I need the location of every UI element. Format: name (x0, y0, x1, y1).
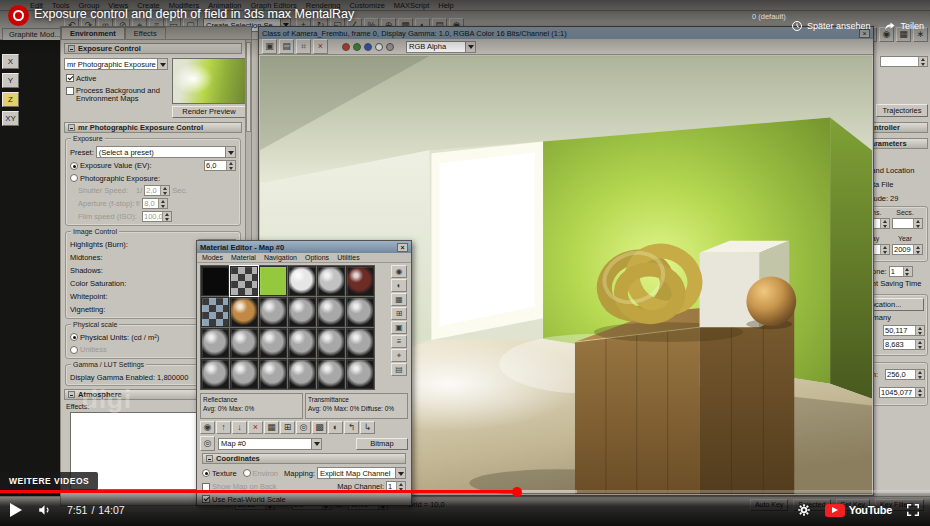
material-slot[interactable] (201, 297, 229, 327)
material-slot[interactable] (288, 359, 316, 389)
trajectories-button[interactable]: Trajectories (876, 104, 928, 117)
background-icon[interactable]: ▦ (391, 293, 407, 306)
time-zone-field[interactable]: 1 (889, 266, 913, 277)
ev-radio[interactable] (70, 162, 78, 170)
environ-radio[interactable] (243, 469, 251, 477)
material-slot[interactable] (201, 328, 229, 358)
bitmap-type-button[interactable]: Bitmap (356, 438, 408, 450)
exposure-control-dropdown[interactable]: mr Photographic Exposure Contr (64, 58, 168, 70)
more-videos-button[interactable]: WEITERE VIDEOS (0, 472, 98, 490)
put-to-library-icon[interactable]: ⊞ (280, 421, 295, 434)
material-map-navigator-icon[interactable]: ▤ (391, 363, 407, 376)
material-slot[interactable] (259, 297, 287, 327)
make-unique-icon[interactable]: ▦ (264, 421, 279, 434)
spinner[interactable] (915, 388, 924, 397)
material-name-dropdown[interactable]: Map #0 (218, 438, 322, 450)
reset-map-icon[interactable]: × (248, 421, 263, 434)
material-slot[interactable] (201, 359, 229, 389)
me-menu-options[interactable]: Options (305, 254, 329, 261)
material-editor-titlebar[interactable]: Material Editor - Map #0 × (197, 241, 411, 253)
play-button[interactable] (10, 503, 22, 517)
me-menu-utilities[interactable]: Utilities (337, 254, 360, 261)
video-color-check-icon[interactable]: ▣ (391, 321, 407, 334)
active-checkbox[interactable] (66, 74, 74, 82)
show-map-icon[interactable]: ▩ (312, 421, 327, 434)
collapse-icon[interactable] (68, 391, 75, 398)
sample-tiling-icon[interactable]: ⊞ (391, 307, 407, 320)
get-material-icon[interactable]: ◉ (200, 421, 215, 434)
material-slot[interactable] (259, 328, 287, 358)
preset-dropdown[interactable]: (Select a preset) (96, 146, 236, 158)
material-slot[interactable] (288, 266, 316, 296)
material-slot[interactable] (317, 328, 345, 358)
youtube-logo[interactable]: YouTube (825, 504, 892, 517)
axis-xy-button[interactable]: XY (2, 111, 19, 126)
fullscreen-icon[interactable] (906, 503, 920, 517)
axis-z-button[interactable]: Z (2, 92, 19, 107)
orbital-scale-field[interactable]: 1045,077 (879, 387, 925, 398)
video-title[interactable]: Exposure control and depth of field in 3… (34, 7, 354, 21)
ev-field[interactable]: 6,0 (204, 160, 236, 171)
backlight-icon[interactable]: ◐ (391, 279, 407, 292)
material-slot[interactable] (317, 359, 345, 389)
material-id-icon[interactable]: ◎ (296, 421, 311, 434)
material-slot[interactable] (288, 328, 316, 358)
rollout-mr-photographic[interactable]: mr Photographic Exposure Control (64, 122, 242, 133)
me-menu-material[interactable]: Material (231, 254, 256, 261)
shutter-field[interactable]: 2,0 (144, 185, 170, 196)
render-preview-button[interactable]: Render Preview (172, 106, 245, 118)
channel-avatar[interactable] (8, 5, 29, 26)
material-slot[interactable] (317, 266, 345, 296)
north-direction-field[interactable]: 256,0 (885, 369, 925, 380)
watch-later-button[interactable]: Später ansehen (791, 20, 871, 32)
material-slot[interactable] (288, 297, 316, 327)
me-menu-modes[interactable]: Modes (202, 254, 223, 261)
show-end-result-icon[interactable]: ◐ (328, 421, 343, 434)
spinner[interactable] (226, 161, 235, 170)
spinner[interactable] (913, 219, 922, 228)
spinner[interactable] (158, 199, 167, 208)
mapping-dropdown[interactable]: Explicit Map Channel (317, 467, 406, 479)
material-slot[interactable] (259, 266, 287, 296)
spinner[interactable] (880, 245, 889, 254)
pick-material-icon[interactable]: ◎ (200, 436, 215, 451)
material-slot[interactable] (346, 328, 374, 358)
dropdown-arrow-icon[interactable] (311, 439, 321, 449)
spinner[interactable] (915, 370, 924, 379)
collapse-icon[interactable] (68, 124, 75, 131)
sample-type-icon[interactable]: ◉ (391, 265, 407, 278)
longitude-field[interactable]: 8,683 (883, 339, 925, 350)
material-slot[interactable] (259, 359, 287, 389)
spinner[interactable] (915, 340, 924, 349)
spinner[interactable] (880, 219, 889, 228)
material-slot[interactable] (230, 359, 258, 389)
year-field[interactable]: 2009 (892, 244, 923, 255)
volume-icon[interactable] (36, 503, 53, 517)
material-slot[interactable] (346, 297, 374, 327)
rollout-coordinates[interactable]: Coordinates (202, 453, 406, 464)
dropdown-arrow-icon[interactable] (225, 147, 235, 157)
spinner[interactable] (918, 57, 927, 66)
axis-y-button[interactable]: Y (2, 73, 19, 88)
share-button[interactable]: Teilen (884, 20, 924, 32)
spinner[interactable] (903, 267, 912, 276)
select-by-material-icon[interactable]: ⌖ (391, 349, 407, 362)
latitude-field[interactable]: 50,117 (883, 325, 925, 336)
material-slot[interactable] (201, 266, 229, 296)
texture-radio[interactable] (202, 469, 210, 477)
me-menu-navigation[interactable]: Navigation (264, 254, 297, 261)
film-speed-field[interactable]: 100,0 (142, 211, 172, 222)
assign-material-icon[interactable]: ↓ (232, 421, 247, 434)
material-slot[interactable] (346, 266, 374, 296)
settings-gear-icon[interactable] (797, 503, 811, 517)
spinner[interactable] (162, 212, 171, 221)
collapse-icon[interactable] (206, 455, 213, 462)
unitless-radio[interactable] (70, 346, 78, 354)
process-bg-checkbox[interactable] (66, 87, 74, 95)
progress-bar[interactable] (0, 490, 930, 493)
go-to-parent-icon[interactable]: ↰ (344, 421, 359, 434)
close-icon[interactable]: × (397, 243, 408, 252)
physical-units-radio[interactable] (70, 333, 78, 341)
material-slot[interactable] (230, 297, 258, 327)
material-slot[interactable] (346, 359, 374, 389)
